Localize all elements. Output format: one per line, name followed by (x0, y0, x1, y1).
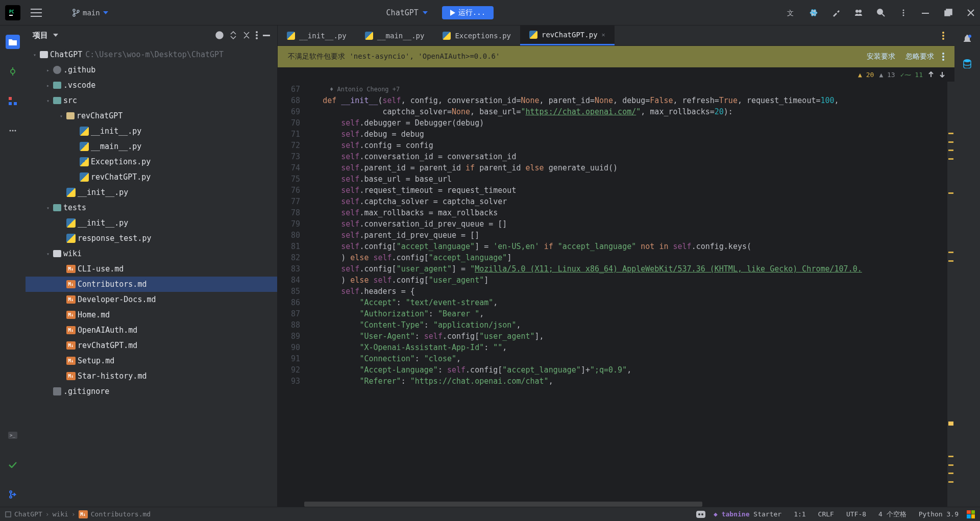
tab-revchatgpt-py[interactable]: revChatGPT.py✕ (520, 26, 615, 45)
terminal-tool-button[interactable]: >_ (6, 428, 20, 442)
vcs-tool-button[interactable] (6, 487, 20, 502)
breadcrumb[interactable]: ChatGPT› wiki› Contributors.md (5, 510, 151, 518)
run-button[interactable]: 运行... (442, 6, 494, 19)
tree-item-openaiauth-md[interactable]: OpenAIAuth.md (26, 322, 277, 338)
main-menu-icon[interactable] (31, 8, 42, 17)
svg-point-28 (15, 130, 16, 132)
tree-item-star-history-md[interactable]: Star-history.md (26, 368, 277, 384)
close-tab-icon[interactable]: ✕ (602, 31, 605, 38)
svg-point-18 (903, 12, 904, 13)
more-tools-icon[interactable] (6, 123, 20, 138)
svg-point-7 (73, 14, 75, 16)
svg-text:>_: >_ (10, 433, 15, 438)
left-tool-stripe: >_ (0, 26, 26, 507)
banner-menu-icon[interactable] (942, 53, 944, 61)
tree-item-__init__-py[interactable]: __init__.py (26, 123, 277, 139)
tree-root[interactable]: ▾ChatGPTC:\Users\woo-m\Desktop\ChatGPT (26, 47, 277, 62)
tabs-menu-icon[interactable] (937, 26, 949, 45)
hide-panel-icon[interactable] (263, 35, 270, 36)
notifications-tool-button[interactable] (963, 35, 971, 44)
more-icon[interactable] (899, 9, 908, 17)
target-icon[interactable] (215, 31, 224, 40)
tree-item-revchatgpt-md[interactable]: revChatGPT.md (26, 338, 277, 353)
main-toolbar: PC main ChatGPT 运行... 文 (0, 0, 980, 26)
indent-setting[interactable]: 4 个空格 (878, 510, 906, 519)
inspections-widget[interactable]: ▲ 20 ▲ 13 ✓⁓ 11 (278, 67, 954, 82)
tree-item-tests[interactable]: ▾tests (26, 200, 277, 215)
tabnine-status[interactable]: ◆ tabnine Starter (714, 510, 781, 518)
tree-item-response_test-py[interactable]: response_test.py (26, 231, 277, 246)
tree-item-revchatgpt-py[interactable]: revChatGPT.py (26, 169, 277, 185)
tree-item--gitignore[interactable]: .gitignore (26, 384, 277, 399)
project-tree[interactable]: ▾ChatGPTC:\Users\woo-m\Desktop\ChatGPT▸.… (26, 45, 277, 507)
project-tool-button[interactable] (6, 35, 20, 49)
database-tool-button[interactable] (963, 59, 971, 68)
search-icon[interactable] (877, 9, 885, 17)
tree-item-developer-docs-md[interactable]: Developer-Docs.md (26, 292, 277, 307)
svg-text:文: 文 (787, 9, 794, 17)
expand-all-icon[interactable] (229, 31, 237, 39)
tab-__main__-py[interactable]: __main__.py (356, 26, 434, 45)
tree-item-revchatgpt[interactable]: ▾revChatGPT (26, 108, 277, 123)
md-icon (79, 510, 88, 518)
tree-item--github[interactable]: ▸.github (26, 62, 277, 78)
structure-tool-button[interactable] (6, 94, 20, 108)
svg-point-32 (10, 496, 12, 498)
commit-tool-button[interactable] (6, 64, 20, 79)
ignore-requirements-link[interactable]: 忽略要求 (905, 52, 934, 61)
right-tool-stripe (954, 26, 980, 507)
line-separator[interactable]: CRLF (818, 510, 834, 518)
tree-item-exceptions-py[interactable]: Exceptions.py (26, 154, 277, 169)
close-window-icon[interactable] (967, 9, 975, 17)
svg-point-43 (942, 38, 944, 40)
restore-icon[interactable] (944, 9, 952, 17)
tree-item-cli-use-md[interactable]: CLI-use.md (26, 261, 277, 277)
svg-point-42 (942, 35, 944, 37)
svg-point-34 (964, 59, 971, 62)
svg-rect-23 (9, 97, 12, 100)
cursor-position[interactable]: 1:1 (794, 510, 805, 518)
problems-tool-button[interactable] (6, 458, 20, 472)
tree-item-__init__-py[interactable]: __init__.py (26, 185, 277, 200)
editor-area: __init__.py__main__.pyExceptions.pyrevCh… (278, 26, 954, 507)
file-encoding[interactable]: UTF-8 (846, 510, 866, 518)
tools-icon[interactable] (832, 9, 840, 17)
marker-bar[interactable] (947, 82, 954, 507)
tree-item-__init__-py[interactable]: __init__.py (26, 215, 277, 231)
code-with-me-icon[interactable] (854, 9, 863, 17)
run-config-name[interactable]: ChatGPT (386, 8, 419, 17)
copilot-icon[interactable] (696, 511, 705, 518)
tree-more-icon[interactable] (256, 31, 258, 39)
tree-item-wiki[interactable]: ▾wiki (26, 246, 277, 261)
tree-item-home-md[interactable]: Home.md (26, 307, 277, 322)
translate-icon[interactable]: 文 (787, 9, 795, 17)
svg-point-8 (77, 10, 79, 12)
collapse-all-icon[interactable] (242, 31, 251, 39)
tree-item-contributors-md[interactable]: Contributors.md (26, 277, 277, 292)
tree-item-__main__-py[interactable]: __main__.py (26, 139, 277, 154)
svg-point-31 (10, 491, 12, 493)
svg-rect-5 (31, 16, 42, 17)
python-interpreter[interactable]: Python 3.9 (919, 510, 959, 518)
svg-rect-4 (31, 12, 42, 13)
tab-__init__-py[interactable]: __init__.py (278, 26, 356, 45)
svg-point-38 (256, 34, 258, 36)
code-lines[interactable]: ♦ Antonio Cheong +7 def __init__(self, c… (304, 82, 947, 507)
git-branch[interactable]: main (72, 9, 108, 17)
install-requirements-link[interactable]: 安装要求 (867, 52, 895, 61)
tree-item-setup-md[interactable]: Setup.md (26, 353, 277, 368)
horizontal-scrollbar[interactable] (304, 502, 702, 507)
project-tool-window: 项目 ▾ChatGPTC:\Users\woo-m\Desktop\ChatGP… (26, 26, 278, 507)
project-header: 项目 (26, 26, 277, 45)
tab-exceptions-py[interactable]: Exceptions.py (433, 26, 520, 45)
editor-tabs: __init__.py__main__.pyExceptions.pyrevCh… (278, 26, 954, 46)
svg-rect-48 (696, 511, 705, 518)
svg-point-22 (11, 69, 15, 73)
tree-item-src[interactable]: ▾src (26, 93, 277, 108)
code-editor[interactable]: 6768697071727374757677787980818283848586… (278, 82, 954, 507)
svg-rect-25 (14, 102, 17, 105)
atom-icon[interactable] (810, 9, 818, 17)
line-gutter: 6768697071727374757677787980818283848586… (278, 82, 304, 507)
tree-item--vscode[interactable]: ▸.vscode (26, 78, 277, 93)
minimize-icon[interactable] (922, 9, 930, 17)
